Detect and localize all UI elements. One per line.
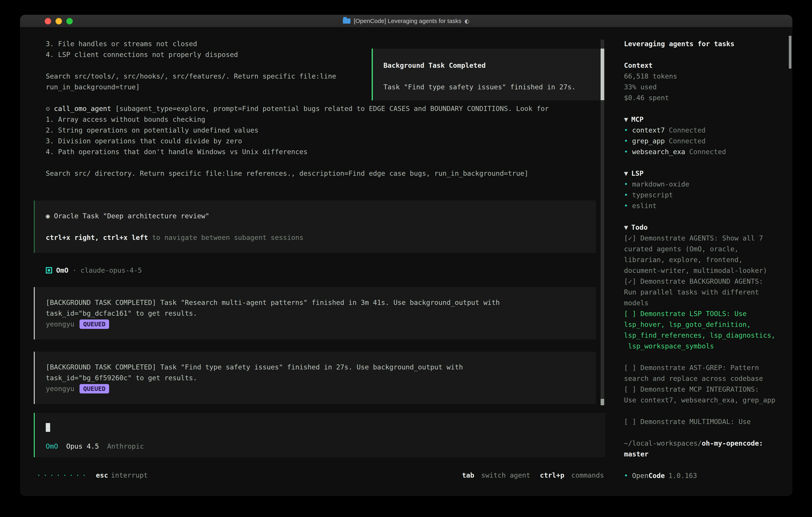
text-cursor	[46, 423, 50, 432]
log-line: 3. Division operations that could divide…	[20, 136, 606, 146]
window-title-group: [OpenCode] Leveraging agents for tasks ◐	[343, 18, 469, 24]
message-author: yeongyu	[46, 383, 74, 394]
folder-icon	[343, 19, 350, 24]
session-sidebar: Leveraging agents for tasks Context 66,5…	[606, 27, 792, 496]
todo-item-done: [✓] Demonstrate AGENTS: Show all 7 curat…	[624, 233, 782, 276]
message-line: [BACKGROUND TASK COMPLETED] Task "Resear…	[46, 297, 596, 308]
queued-status-badge: QUEUED	[80, 320, 109, 329]
bullet-icon: •	[624, 191, 628, 199]
lsp-item: •eslint	[624, 200, 782, 211]
hint-text: to navigate between subagent sessions	[152, 234, 303, 242]
active-model-name: Opus 4.5	[66, 441, 99, 452]
background-task-message: [BACKGROUND TASK COMPLETED] Task "Resear…	[34, 287, 596, 339]
collapse-triangle-icon: ▼	[624, 169, 628, 177]
zoom-button-icon[interactable]	[66, 18, 73, 24]
background-task-toast: Background Task Completed Task "Find typ…	[372, 49, 605, 100]
mcp-item: •context7Connected	[624, 125, 782, 136]
active-agent-name: OmO	[46, 441, 58, 452]
spinner-dots-icon: ········	[37, 470, 89, 481]
mcp-item: •grep_appConnected	[624, 136, 782, 146]
tab-key-label: switch agent	[481, 471, 530, 479]
chat-scrollbar-bottom-cap[interactable]	[601, 399, 604, 405]
prompt-editor[interactable]: OmO Opus 4.5 Anthropic	[34, 413, 605, 457]
hint-keys: ctrl+x right, ctrl+x left	[46, 234, 148, 242]
agent-square-icon	[46, 267, 52, 273]
minimize-button-icon[interactable]	[56, 18, 62, 24]
todo-item-done: [✓] Demonstrate BACKGROUND AGENTS: Run p…	[624, 276, 782, 308]
record-icon: ◉	[46, 212, 50, 220]
mcp-item: •websearch_exaConnected	[624, 146, 782, 157]
session-title: Leveraging agents for tasks	[624, 38, 782, 49]
context-tokens: 66,518 tokens	[624, 71, 782, 82]
bullet-icon: •	[624, 126, 628, 134]
titlebar[interactable]: [OpenCode] Leveraging agents for tasks ◐	[20, 15, 792, 27]
collapse-triangle-icon: ▼	[624, 115, 628, 124]
message-line: task_id="bg_6f59260c" to get results.	[46, 373, 596, 383]
todo-item-pending: [ ] Demonstrate AST-GREP: Pattern search…	[624, 362, 782, 384]
context-heading: Context	[624, 60, 782, 71]
context-used: 33% used	[624, 82, 782, 92]
toast-message: Task "Find type safety issues" finished …	[383, 82, 605, 92]
lsp-item: •markdown-oxide	[624, 179, 782, 190]
message-author: yeongyu	[46, 319, 74, 329]
oracle-task-banner: ◉ Oracle Task "Deep architecture review"…	[34, 200, 596, 253]
todo-item-pending: [ ] Demonstrate MCP INTEGRATIONS: Use co…	[624, 384, 782, 405]
toast-title: Background Task Completed	[383, 60, 605, 71]
window-body: 3. File handles or streams not closed 4.…	[20, 27, 792, 496]
context-spent: $0.46 spent	[624, 92, 782, 103]
window-title: [OpenCode] Leveraging agents for tasks	[354, 18, 461, 24]
oracle-task-title: ◉ Oracle Task "Deep architecture review"	[46, 211, 596, 221]
bullet-icon: •	[624, 202, 628, 210]
esc-key-hint: esc	[96, 470, 108, 481]
theme-half-circle-icon: ◐	[465, 18, 469, 24]
bullet-icon: •	[624, 472, 628, 480]
bullet-icon: •	[624, 180, 628, 188]
background-task-message: [BACKGROUND TASK COMPLETED] Task "Find t…	[34, 352, 596, 404]
tool-call-line: ⚙ call_omo_agent [subagent_type=explore,…	[20, 103, 606, 114]
workspace-branch: master	[624, 448, 782, 459]
gear-icon: ⚙	[46, 105, 50, 113]
log-line: Search src/ directory. Return specific f…	[20, 168, 606, 179]
app-window: [OpenCode] Leveraging agents for tasks ◐…	[20, 15, 792, 496]
log-line: 2. String operations on potentially unde…	[20, 125, 606, 136]
chat-scrollbar[interactable]	[601, 39, 604, 405]
ctrlp-key-label: commands	[571, 471, 604, 479]
esc-key-label: interrupt	[111, 470, 148, 481]
chat-scrollbar-thumb[interactable]	[601, 49, 604, 100]
lsp-section-heading[interactable]: ▼LSP	[624, 168, 782, 179]
log-line: 4. Path operations that don't handle Win…	[20, 146, 606, 157]
tab-key-hint: tab	[462, 471, 474, 479]
agent-model: claude-opus-4-5	[81, 265, 142, 276]
version-footer: •OpenCode1.0.163	[624, 470, 782, 481]
subagent-nav-hint: ctrl+x right, ctrl+x left to navigate be…	[46, 232, 596, 243]
log-line: 1. Array access without bounds checking	[20, 114, 606, 125]
bullet-icon: •	[624, 137, 628, 145]
model-info-line: OmO Opus 4.5 Anthropic	[46, 441, 605, 452]
tool-args: [subagent_type=explore, prompt=Find pote…	[115, 105, 549, 113]
lsp-item: •typescript	[624, 190, 782, 200]
provider-name: Anthropic	[107, 441, 144, 452]
mcp-section-heading[interactable]: ▼MCP	[624, 114, 782, 125]
ctrlp-key-hint: ctrl+p	[540, 471, 564, 479]
sidebar-scrollbar-thumb[interactable]	[789, 36, 791, 69]
tool-name: call_omo_agent	[54, 105, 111, 113]
status-bar: ········ esc interrupt tab switch agent …	[20, 470, 606, 481]
chat-panel: 3. File handles or streams not closed 4.…	[20, 27, 606, 496]
todo-item-active: [ ] Demonstrate LSP TOOLS: Use lsp_hover…	[624, 308, 782, 351]
bullet-icon: •	[624, 148, 628, 156]
agent-name: OmO	[56, 265, 68, 276]
queued-status-badge: QUEUED	[80, 384, 109, 393]
message-line: [BACKGROUND TASK COMPLETED] Task "Find t…	[46, 362, 596, 373]
separator-dot: ·	[72, 265, 76, 276]
todo-section-heading[interactable]: ▼Todo	[624, 222, 782, 233]
todo-item-pending: [ ] Demonstrate MULTIMODAL: Use	[624, 416, 782, 427]
message-line: task_id="bg_dcfac161" to get results.	[46, 308, 596, 319]
collapse-triangle-icon: ▼	[624, 223, 628, 231]
editor-line[interactable]	[46, 422, 605, 433]
agent-session-header: OmO · claude-opus-4-5	[20, 265, 606, 276]
close-button-icon[interactable]	[45, 18, 51, 24]
log-line: 3. File handles or streams not closed	[20, 38, 606, 49]
traffic-lights	[45, 15, 73, 27]
workspace-path: ~/local-workspaces/oh-my-opencode:	[624, 438, 782, 448]
